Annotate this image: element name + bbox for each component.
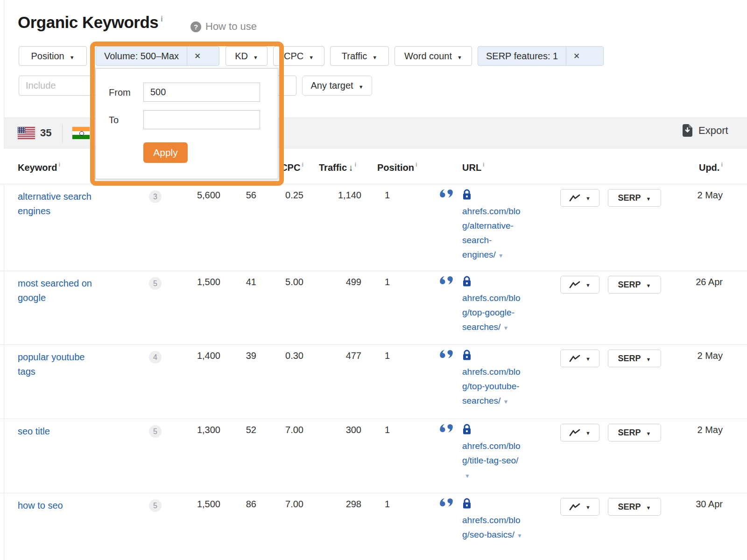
info-icon (414, 162, 417, 173)
position-filter-label: Position (31, 51, 64, 62)
keyword-link[interactable]: seo title (18, 424, 99, 439)
info-icon (158, 13, 162, 31)
serp-button-label: SERP (618, 502, 641, 512)
from-label: From (109, 87, 131, 98)
cpc-filter-button[interactable]: CPC (273, 46, 324, 66)
url-dropdown-icon[interactable] (498, 252, 504, 259)
quotes-icon[interactable] (439, 350, 453, 361)
keyword-count-badge: 3 (149, 190, 162, 203)
word-count-filter-label: Word count (404, 51, 452, 62)
serp-dropdown-button[interactable]: SERP (608, 498, 661, 516)
cpc-value: 0.30 (261, 350, 303, 361)
download-icon (683, 124, 692, 137)
volume-filter-chip[interactable]: Volume: 500–Max (96, 46, 219, 66)
url-cell: ahrefs.com/blog/title-tag-seo/ (462, 439, 524, 483)
us-flag-icon[interactable] (18, 127, 35, 139)
info-icon (57, 162, 60, 173)
serp-dropdown-button[interactable]: SERP (608, 189, 661, 207)
keyword-link[interactable]: popular youtube tags (18, 350, 99, 379)
chevron-down-icon (585, 354, 591, 363)
url-dropdown-icon[interactable] (503, 399, 508, 405)
column-header-traffic[interactable]: Traffic (319, 162, 356, 173)
keyword-link[interactable]: most searched on google (18, 276, 99, 305)
url-cell: ahrefs.com/blog/top-google-searches/ (462, 291, 524, 336)
chevron-down-icon (646, 280, 651, 290)
url-dropdown-icon[interactable] (465, 473, 470, 479)
chevron-down-icon (359, 80, 364, 91)
apply-button[interactable]: Apply (143, 142, 188, 163)
url-link[interactable]: ahrefs.com/blog/seo-basics/ (462, 515, 521, 539)
updated-date: 2 May (663, 425, 723, 435)
chevron-down-icon (585, 280, 591, 289)
serp-button-label: SERP (618, 280, 641, 290)
cpc-value: 0.25 (261, 190, 303, 201)
chevron-down-icon (70, 51, 75, 62)
traffic-value: 1,140 (310, 190, 361, 201)
chevron-down-icon (646, 428, 651, 438)
how-to-use-label: How to use (205, 21, 257, 33)
table-row: most searched on google 5 1,500 41 5.00 … (0, 271, 747, 344)
serp-dropdown-button[interactable]: SERP (608, 424, 661, 441)
keyword-link[interactable]: how to seo (18, 498, 99, 513)
traffic-value: 477 (310, 350, 361, 361)
url-cell: ahrefs.com/blog/seo-basics/ (462, 513, 524, 543)
volume-to-input[interactable] (143, 110, 260, 129)
serp-features-filter-close-icon[interactable] (566, 47, 587, 65)
export-label: Export (698, 125, 728, 137)
url-link[interactable]: ahrefs.com/blog/title-tag-seo/ (462, 441, 521, 465)
serp-dropdown-button[interactable]: SERP (608, 350, 661, 367)
how-to-use-link[interactable]: How to use (190, 21, 257, 33)
keyword-link[interactable]: alternative search engines (18, 189, 99, 218)
url-dropdown-icon[interactable] (517, 532, 522, 539)
any-target-label: Any target (310, 80, 353, 91)
chart-dropdown-button[interactable] (560, 276, 599, 294)
column-header-position: Position (377, 162, 417, 173)
quotes-icon[interactable] (439, 189, 453, 200)
serp-features-filter-chip[interactable]: SERP features: 1 (478, 46, 604, 66)
quotes-icon[interactable] (439, 424, 453, 435)
chevron-down-icon (585, 428, 591, 437)
traffic-value: 300 (310, 425, 361, 435)
line-chart-icon (569, 281, 580, 289)
line-chart-icon (569, 355, 580, 363)
sort-descending-icon (347, 162, 353, 173)
page-title: Organic Keywords (18, 13, 162, 32)
lock-icon (462, 497, 472, 511)
url-cell: ahrefs.com/blog/top-youtube-searches/ (462, 364, 524, 409)
updated-date: 30 Apr (663, 499, 723, 510)
cpc-value: 5.00 (261, 277, 303, 287)
url-link[interactable]: ahrefs.com/blog/alternative-search-engin… (462, 206, 521, 259)
traffic-value: 499 (310, 277, 361, 287)
keyword-count-badge: 5 (149, 425, 162, 438)
serp-dropdown-button[interactable]: SERP (608, 276, 661, 294)
volume-filter-close-icon[interactable] (187, 47, 208, 65)
quotes-icon[interactable] (439, 276, 453, 287)
any-target-dropdown[interactable]: Any target (302, 76, 372, 96)
export-button[interactable]: Export (683, 124, 728, 137)
info-icon (481, 162, 485, 173)
column-header-updated: Upd. (672, 162, 723, 173)
volume-value: 5,600 (177, 190, 220, 201)
chart-dropdown-button[interactable] (560, 498, 599, 516)
volume-from-input[interactable] (143, 83, 260, 102)
india-flag-icon[interactable] (72, 127, 90, 139)
chart-dropdown-button[interactable] (560, 189, 599, 207)
serp-button-label: SERP (618, 428, 641, 438)
url-cell: ahrefs.com/blog/alternative-search-engin… (462, 204, 524, 263)
kd-value: 86 (228, 499, 256, 510)
url-link[interactable]: ahrefs.com/blog/top-google-searches/ (462, 293, 521, 332)
volume-value: 1,400 (177, 350, 220, 361)
kd-filter-button[interactable]: KD (226, 46, 268, 66)
question-icon (190, 21, 201, 32)
position-filter-button[interactable]: Position (19, 46, 87, 66)
traffic-filter-button[interactable]: Traffic (330, 46, 389, 66)
url-link[interactable]: ahrefs.com/blog/top-youtube-searches/ (462, 367, 521, 406)
quotes-icon[interactable] (439, 498, 453, 509)
chart-dropdown-button[interactable] (560, 424, 599, 441)
info-icon (353, 162, 357, 173)
chart-dropdown-button[interactable] (560, 350, 599, 367)
url-dropdown-icon[interactable] (503, 325, 508, 331)
position-value: 1 (385, 425, 390, 435)
line-chart-icon (569, 429, 580, 437)
word-count-filter-button[interactable]: Word count (395, 46, 472, 66)
